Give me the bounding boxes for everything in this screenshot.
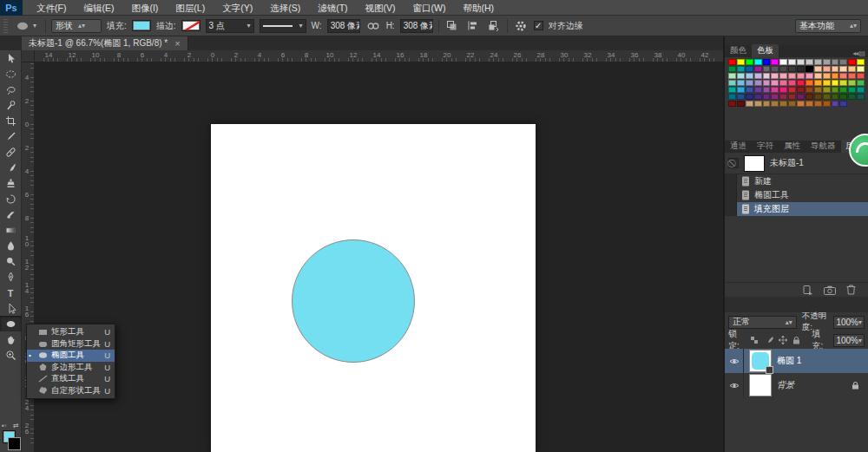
gear-icon[interactable] bbox=[513, 18, 529, 34]
lock-all-icon[interactable] bbox=[792, 335, 802, 346]
tab-navigator[interactable]: 导航器 bbox=[806, 140, 841, 153]
swatch[interactable] bbox=[788, 87, 796, 93]
swatch[interactable] bbox=[832, 66, 839, 72]
tab-character[interactable]: 字符 bbox=[752, 140, 779, 153]
history-snapshot-row[interactable]: ⃠ 未标题-1 bbox=[725, 153, 868, 174]
swatch[interactable] bbox=[797, 73, 805, 79]
link-dimensions-icon[interactable] bbox=[365, 18, 381, 34]
lasso-tool[interactable] bbox=[0, 82, 22, 97]
zoom-tool[interactable] bbox=[0, 347, 22, 363]
swatch[interactable] bbox=[814, 66, 822, 72]
visibility-eye-icon[interactable] bbox=[725, 373, 744, 397]
swatch[interactable] bbox=[848, 73, 856, 79]
swatch[interactable] bbox=[797, 94, 805, 100]
swatch[interactable] bbox=[737, 73, 745, 79]
swatch[interactable] bbox=[839, 80, 847, 86]
swatch[interactable] bbox=[823, 73, 831, 79]
swatch[interactable] bbox=[839, 66, 847, 72]
swatch[interactable] bbox=[763, 101, 771, 107]
path-operations-button[interactable] bbox=[444, 18, 460, 34]
swatch[interactable] bbox=[788, 94, 796, 100]
swatch[interactable] bbox=[746, 59, 753, 65]
swatch[interactable] bbox=[814, 73, 822, 79]
swatch[interactable] bbox=[754, 101, 762, 107]
menu-item-select[interactable]: 选择(S) bbox=[261, 0, 309, 16]
opacity-field[interactable]: 100% ▾ bbox=[833, 316, 865, 329]
swatch[interactable] bbox=[797, 101, 805, 107]
flyout-item-line-tool[interactable]: 直线工具U bbox=[27, 373, 115, 385]
fill-color-swatch[interactable] bbox=[132, 20, 151, 31]
swatch[interactable] bbox=[848, 94, 856, 100]
lock-pixels-icon[interactable] bbox=[764, 335, 774, 346]
swatch[interactable] bbox=[763, 80, 771, 86]
swatch[interactable] bbox=[832, 59, 839, 65]
swatch[interactable] bbox=[779, 87, 787, 93]
swatch[interactable] bbox=[737, 80, 745, 86]
tab-properties[interactable]: 属性 bbox=[779, 140, 806, 153]
shape-height-field[interactable]: 308 像素 bbox=[400, 19, 433, 33]
swap-colors-icon[interactable]: ⇄ bbox=[13, 422, 19, 429]
swatch[interactable] bbox=[814, 101, 822, 107]
swatch[interactable] bbox=[857, 94, 865, 100]
close-tab-icon[interactable]: × bbox=[174, 38, 180, 49]
swatch[interactable] bbox=[779, 94, 787, 100]
swatch[interactable] bbox=[797, 59, 805, 65]
visibility-eye-icon[interactable] bbox=[725, 349, 744, 373]
layer-row-ellipse-1[interactable]: 椭圆 1 bbox=[725, 349, 868, 373]
align-edges-checkbox[interactable]: ✓ bbox=[534, 21, 543, 30]
swatch[interactable] bbox=[728, 59, 736, 65]
tool-mode-dropdown[interactable]: 形状 ▴▾ bbox=[51, 19, 102, 33]
swatch[interactable] bbox=[814, 87, 822, 93]
stroke-style-dropdown[interactable]: ▾ bbox=[260, 19, 306, 33]
swatch[interactable] bbox=[788, 101, 796, 107]
history-source-checkbox[interactable] bbox=[725, 202, 737, 216]
menu-item-edit[interactable]: 编辑(E) bbox=[75, 0, 122, 16]
tool-preset-picker[interactable]: ▾ bbox=[13, 21, 40, 31]
swatch[interactable] bbox=[788, 80, 796, 86]
swatch[interactable] bbox=[806, 66, 813, 72]
history-step-new[interactable]: 新建 bbox=[725, 174, 868, 188]
menu-item-layer[interactable]: 图层(L) bbox=[167, 0, 214, 16]
swatch[interactable] bbox=[754, 87, 762, 93]
menu-item-filter[interactable]: 滤镜(T) bbox=[309, 0, 356, 16]
ellipse-tool[interactable] bbox=[0, 316, 22, 331]
swatch[interactable] bbox=[857, 87, 865, 93]
swatch[interactable] bbox=[728, 73, 736, 79]
swatch[interactable] bbox=[763, 66, 771, 72]
layer-name[interactable]: 背景 bbox=[777, 379, 794, 391]
hand-tool[interactable] bbox=[0, 331, 22, 347]
swatch[interactable] bbox=[857, 59, 865, 65]
swatch[interactable] bbox=[832, 101, 839, 107]
move-tool[interactable] bbox=[0, 50, 22, 66]
pen-tool[interactable] bbox=[0, 269, 22, 285]
swatch[interactable] bbox=[737, 87, 745, 93]
swatch[interactable] bbox=[779, 73, 787, 79]
swatch[interactable] bbox=[848, 66, 856, 72]
history-source-checkbox[interactable] bbox=[725, 188, 737, 202]
layer-thumbnail[interactable] bbox=[749, 350, 772, 372]
flyout-item-polygon-tool[interactable]: 多边形工具U bbox=[27, 362, 115, 374]
swatch[interactable] bbox=[848, 59, 856, 65]
swatch[interactable] bbox=[832, 87, 839, 93]
swatch[interactable] bbox=[797, 80, 805, 86]
swatch[interactable] bbox=[857, 66, 865, 72]
marquee-tool[interactable] bbox=[0, 66, 22, 82]
panel-collapse-icon[interactable]: ◂◂ ▤ bbox=[852, 49, 868, 57]
swatch[interactable] bbox=[737, 66, 745, 72]
swatch[interactable] bbox=[779, 80, 787, 86]
swatch[interactable] bbox=[771, 59, 779, 65]
quick-selection-tool[interactable] bbox=[0, 97, 22, 113]
swatch[interactable] bbox=[737, 94, 745, 100]
swatch[interactable] bbox=[763, 73, 771, 79]
swatch[interactable] bbox=[728, 66, 736, 72]
dodge-tool[interactable] bbox=[0, 253, 22, 269]
swatch[interactable] bbox=[746, 73, 753, 79]
swatch[interactable] bbox=[806, 80, 813, 86]
swatch[interactable] bbox=[763, 59, 771, 65]
swatch[interactable] bbox=[728, 101, 736, 107]
swatch[interactable] bbox=[832, 80, 839, 86]
gradient-tool[interactable] bbox=[0, 222, 22, 238]
swatch[interactable] bbox=[754, 94, 762, 100]
swatch[interactable] bbox=[746, 101, 753, 107]
swatch[interactable] bbox=[848, 87, 856, 93]
